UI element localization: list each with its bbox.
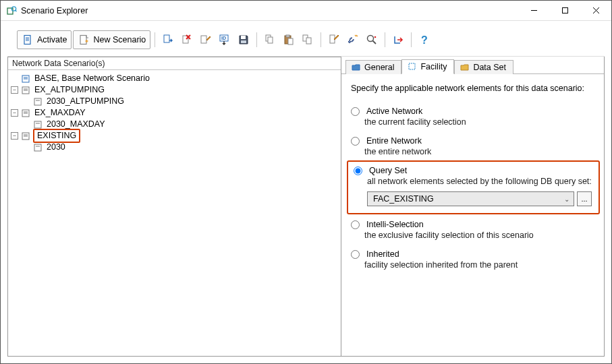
- save-button[interactable]: [235, 30, 252, 49]
- radio-inherited-input[interactable]: [351, 250, 360, 259]
- svg-line-2: [16, 10, 17, 11]
- svg-rect-22: [268, 37, 273, 43]
- app-icon: [6, 5, 17, 16]
- id-icon: ID: [219, 34, 231, 46]
- help-icon: ?: [418, 34, 430, 46]
- paste-button[interactable]: [280, 30, 298, 49]
- search-button[interactable]: [363, 30, 381, 49]
- copy-icon: [264, 34, 276, 46]
- svg-rect-39: [34, 98, 41, 105]
- maximize-button[interactable]: [549, 1, 580, 20]
- tree-node-existing[interactable]: − EXISTING: [11, 130, 338, 142]
- tab-facility[interactable]: Facility: [401, 59, 454, 74]
- tree-label: 2030: [45, 142, 67, 153]
- svg-text:?: ?: [421, 34, 428, 46]
- wrench-icon: [347, 34, 359, 46]
- radio-entire-block: Entire Network the entire network: [351, 133, 594, 163]
- radio-label: Entire Network: [366, 136, 422, 146]
- tree-expander[interactable]: −: [11, 86, 18, 94]
- radio-active-input[interactable]: [351, 107, 360, 116]
- radio-intelli[interactable]: Intelli-Selection: [351, 220, 594, 229]
- new-scenario-label: New Scenario: [93, 35, 146, 44]
- scenario-explorer-window: Scenario Explorer Activate New Scenari: [0, 0, 612, 364]
- toolbar-sep: [321, 32, 321, 47]
- tree-expander: [23, 144, 30, 151]
- scenario-icon: [33, 97, 43, 107]
- edit-icon: [200, 34, 212, 46]
- svg-point-29: [368, 36, 374, 42]
- minimize-button[interactable]: [518, 1, 549, 20]
- query-more-button[interactable]: ...: [577, 191, 592, 206]
- radio-inherited[interactable]: Inherited: [351, 249, 594, 259]
- svg-rect-51: [409, 63, 415, 69]
- radio-label: Intelli-Selection: [366, 220, 424, 229]
- duplicate-button[interactable]: [299, 30, 316, 49]
- tree-node-altpumping[interactable]: − EX_ALTPUMPING: [11, 84, 338, 96]
- detail-pane: General Facility Data Set Specify the ap…: [341, 57, 605, 357]
- tree-node-base[interactable]: BASE, Base Network Scenario: [11, 73, 338, 84]
- radio-intelli-block: Intelli-Selection the exclusive facility…: [351, 217, 594, 247]
- tree-expander: [23, 98, 30, 105]
- scenario-icon: [21, 86, 30, 95]
- export-button[interactable]: [389, 30, 407, 49]
- document-icon: [22, 34, 34, 46]
- toolbar-sep: [256, 32, 257, 47]
- main-split: Network Data Scenario(s) BASE, Base Netw…: [7, 56, 605, 357]
- tree-expander[interactable]: −: [11, 109, 18, 117]
- facility-form: Specify the applicable network elements …: [341, 74, 604, 286]
- toolbar-sep: [385, 32, 385, 47]
- activate-button[interactable]: Activate: [17, 30, 72, 49]
- tree-expander: [23, 121, 30, 128]
- scenario-tree[interactable]: BASE, Base Network Scenario − EX_ALTPUMP…: [8, 70, 341, 156]
- search-icon: [366, 34, 378, 46]
- svg-rect-4: [562, 8, 567, 13]
- compose-button[interactable]: [325, 30, 343, 49]
- tab-label: Facility: [420, 62, 447, 71]
- scenario-tree-pane: Network Data Scenario(s) BASE, Base Netw…: [7, 57, 341, 357]
- chevron-down-icon: ⌄: [564, 195, 569, 203]
- detail-tabs: General Facility Data Set: [341, 57, 604, 74]
- tree-node-altpumping-child[interactable]: 2030_ALTPUMPING: [11, 96, 338, 107]
- radio-active[interactable]: Active Network: [351, 107, 594, 116]
- radio-intelli-input[interactable]: [351, 220, 360, 229]
- svg-rect-49: [34, 144, 41, 151]
- scenario-icon: [21, 131, 30, 141]
- dropdown-value: FAC_EXISTING: [373, 194, 434, 204]
- radio-inherited-block: Inherited facility selection inherited f…: [351, 247, 594, 276]
- id-button[interactable]: ID: [216, 30, 233, 49]
- tree-node-maxday[interactable]: − EX_MAXDAY: [11, 107, 338, 119]
- scenario-tree-header: Network Data Scenario(s): [8, 57, 341, 70]
- toolbar-sep: [411, 32, 412, 47]
- svg-rect-16: [201, 36, 206, 43]
- scenario-icon: [21, 109, 30, 118]
- svg-rect-25: [288, 38, 293, 44]
- import-button[interactable]: [159, 30, 177, 49]
- tree-label: EX_MAXDAY: [33, 107, 87, 119]
- copy-button[interactable]: [261, 30, 279, 49]
- close-button[interactable]: [580, 1, 611, 20]
- tree-expander[interactable]: −: [11, 132, 18, 140]
- new-scenario-button[interactable]: New Scenario: [73, 30, 150, 49]
- facility-description: Specify the applicable network elements …: [351, 84, 594, 93]
- svg-rect-44: [34, 121, 41, 128]
- svg-rect-12: [164, 35, 169, 42]
- svg-rect-20: [241, 40, 246, 43]
- edit-button[interactable]: [197, 30, 215, 49]
- svg-rect-11: [80, 36, 86, 44]
- radio-query-input[interactable]: [354, 166, 362, 175]
- folder-icon: [352, 63, 361, 72]
- radio-query[interactable]: Query Set: [354, 166, 592, 175]
- tab-dataset[interactable]: Data Set: [454, 60, 513, 74]
- radio-entire-input[interactable]: [351, 137, 360, 146]
- scenario-icon: [21, 74, 30, 84]
- tree-label: BASE, Base Network Scenario: [33, 73, 151, 84]
- delete-button[interactable]: [178, 30, 196, 49]
- facility-icon: [408, 62, 417, 71]
- activate-label: Activate: [37, 35, 67, 44]
- help-button[interactable]: ?: [416, 30, 433, 49]
- tools-button[interactable]: [344, 30, 362, 49]
- query-set-dropdown[interactable]: FAC_EXISTING ⌄: [367, 191, 574, 206]
- tree-node-existing-child[interactable]: 2030: [11, 142, 338, 153]
- tab-general[interactable]: General: [345, 60, 401, 74]
- radio-entire[interactable]: Entire Network: [351, 136, 594, 146]
